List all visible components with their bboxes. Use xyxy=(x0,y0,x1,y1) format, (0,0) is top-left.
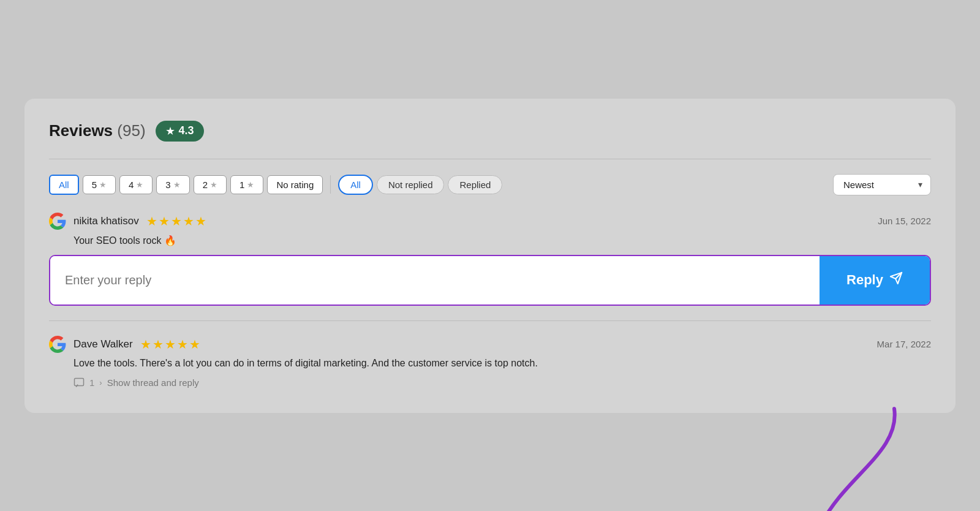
filter-2-stars[interactable]: 2 ★ xyxy=(194,175,227,194)
filter-4-label: 4 xyxy=(129,180,134,190)
reviews-count: (95) xyxy=(117,121,145,140)
filter-not-replied[interactable]: Not replied xyxy=(377,175,445,194)
star-2-2: ★ xyxy=(153,337,164,352)
filter-all-replies-label: All xyxy=(350,180,361,190)
filter-2-star-icon: ★ xyxy=(210,180,217,189)
review-2-text: Love the tools. There's a lot you can do… xyxy=(74,358,931,369)
thread-count: 1 xyxy=(89,377,94,388)
reviewer-2-stars: ★ ★ ★ ★ ★ xyxy=(140,337,200,352)
review-1-header: nikita khatisov ★ ★ ★ ★ ★ Jun 15, 2022 xyxy=(49,213,931,230)
filter-bar: All 5 ★ 4 ★ 3 ★ 2 ★ 1 ★ No rating All xyxy=(49,174,931,195)
reviewer-1-info: nikita khatisov ★ ★ ★ ★ ★ xyxy=(49,213,206,230)
header-divider xyxy=(49,159,931,159)
reviewer-1-stars: ★ ★ ★ ★ ★ xyxy=(146,214,206,229)
filter-5-star-icon: ★ xyxy=(99,180,107,189)
reply-area: Reply xyxy=(49,255,931,306)
filter-3-label: 3 xyxy=(165,180,170,190)
filter-2-label: 2 xyxy=(203,180,208,190)
review-separator xyxy=(49,320,931,321)
filter-not-replied-label: Not replied xyxy=(388,180,433,190)
reply-input[interactable] xyxy=(50,256,820,305)
show-thread-link[interactable]: 1 › Show thread and reply xyxy=(74,377,931,388)
filter-3-star-icon: ★ xyxy=(173,180,181,189)
filter-5-stars[interactable]: 5 ★ xyxy=(83,175,116,194)
google-icon-2 xyxy=(49,336,66,353)
filter-1-star-icon: ★ xyxy=(247,180,254,189)
comment-icon xyxy=(74,377,85,388)
arrow-annotation xyxy=(784,403,919,512)
filter-5-label: 5 xyxy=(92,180,97,190)
star-1: ★ xyxy=(146,214,157,229)
thread-arrow-icon: › xyxy=(99,378,102,387)
review-1-date: Jun 15, 2022 xyxy=(878,216,931,226)
sort-select[interactable]: Newest Oldest Highest rated Lowest rated xyxy=(833,174,931,195)
review-item-1: nikita khatisov ★ ★ ★ ★ ★ Jun 15, 2022 Y… xyxy=(49,213,931,306)
reviewer-1-name: nikita khatisov xyxy=(74,215,139,227)
filter-divider xyxy=(330,175,331,194)
review-item-2: Dave Walker ★ ★ ★ ★ ★ Mar 17, 2022 Love … xyxy=(49,336,931,388)
star-3: ★ xyxy=(171,214,182,229)
star-5: ★ xyxy=(195,214,206,229)
reviewer-2-info: Dave Walker ★ ★ ★ ★ ★ xyxy=(49,336,200,353)
svg-rect-1 xyxy=(75,378,84,385)
sort-dropdown-wrapper: Newest Oldest Highest rated Lowest rated… xyxy=(833,174,931,195)
star-2-5: ★ xyxy=(189,337,200,352)
rating-star-icon: ★ xyxy=(165,124,175,138)
star-2: ★ xyxy=(159,214,170,229)
title-text: Reviews xyxy=(49,121,113,140)
send-icon xyxy=(889,271,903,289)
filter-replied-label: Replied xyxy=(459,180,491,190)
star-2-1: ★ xyxy=(140,337,151,352)
star-2-3: ★ xyxy=(165,337,176,352)
rating-value: 4.3 xyxy=(179,124,194,137)
filter-no-rating[interactable]: No rating xyxy=(267,175,323,194)
reviews-section: nikita khatisov ★ ★ ★ ★ ★ Jun 15, 2022 Y… xyxy=(49,213,931,388)
review-1-text: Your SEO tools rock 🔥 xyxy=(74,235,931,246)
review-2-date: Mar 17, 2022 xyxy=(877,339,931,349)
star-4: ★ xyxy=(183,214,194,229)
filter-3-stars[interactable]: 3 ★ xyxy=(156,175,189,194)
filter-1-label: 1 xyxy=(239,180,244,190)
filter-no-rating-label: No rating xyxy=(276,180,314,190)
filter-1-star[interactable]: 1 ★ xyxy=(230,175,263,194)
google-icon xyxy=(49,213,66,230)
reply-button[interactable]: Reply xyxy=(820,256,930,305)
filter-all-replies[interactable]: All xyxy=(338,175,373,195)
review-2-header: Dave Walker ★ ★ ★ ★ ★ Mar 17, 2022 xyxy=(49,336,931,353)
reviews-title: Reviews (95) xyxy=(49,121,146,140)
star-2-4: ★ xyxy=(177,337,188,352)
filter-replied[interactable]: Replied xyxy=(448,175,502,194)
reviewer-2-name: Dave Walker xyxy=(74,338,133,350)
reviews-header: Reviews (95) ★ 4.3 xyxy=(49,121,931,142)
rating-badge: ★ 4.3 xyxy=(156,121,204,142)
filter-4-stars[interactable]: 4 ★ xyxy=(119,175,153,194)
filter-all-stars[interactable]: All xyxy=(49,175,79,195)
filter-all-stars-label: All xyxy=(59,180,69,190)
reply-button-label: Reply xyxy=(846,272,883,288)
reviews-panel: Reviews (95) ★ 4.3 All 5 ★ 4 ★ 3 ★ 2 ★ xyxy=(24,99,956,413)
show-thread-label: Show thread and reply xyxy=(107,377,199,388)
filter-4-star-icon: ★ xyxy=(136,180,143,189)
